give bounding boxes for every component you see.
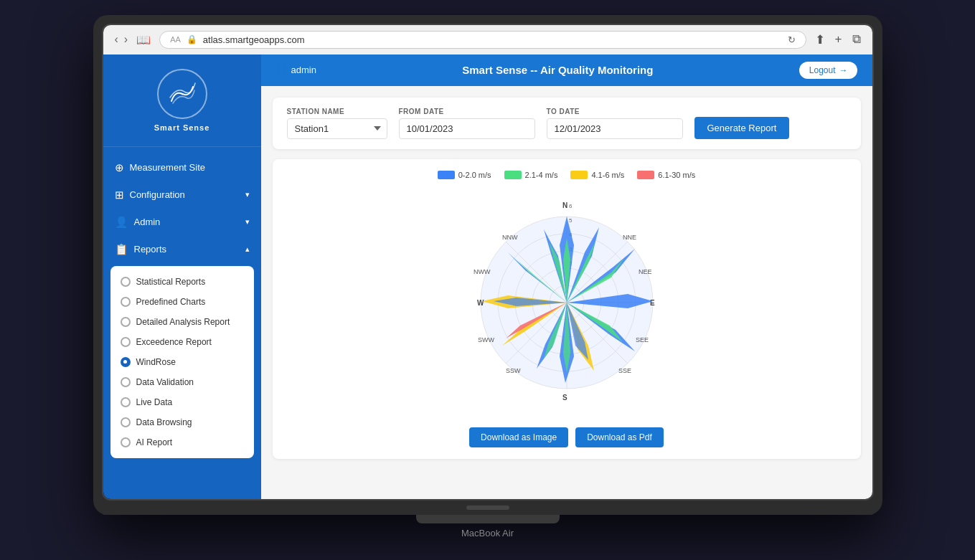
laptop-bottom xyxy=(102,500,874,515)
sub-item-predefined-charts[interactable]: Predefined Charts xyxy=(110,292,254,312)
station-label: STATION NAME xyxy=(287,108,387,115)
content-area: STATION NAME Station1 FROM DATE TO DATE xyxy=(261,86,872,499)
from-date-group: FROM DATE xyxy=(399,108,535,139)
legend-label-3: 6.1-30 m/s xyxy=(658,171,695,179)
sub-item-label: AI Report xyxy=(136,437,173,447)
svg-text:W: W xyxy=(477,299,484,307)
sub-item-label: Detailed Analysis Report xyxy=(136,317,230,327)
to-date-input[interactable] xyxy=(547,118,683,139)
legend-item-2: 4.1-6 m/s xyxy=(570,171,624,179)
radio-validation[interactable] xyxy=(121,377,131,387)
browser-actions: ⬆ + ⧉ xyxy=(815,32,861,47)
radio-exceedence[interactable] xyxy=(121,337,131,347)
legend-color-green xyxy=(504,171,522,179)
chart-card: 0-2.0 m/s 2.1-4 m/s 4.1-6 m/s xyxy=(273,159,861,459)
logo-circle xyxy=(157,69,207,119)
admin-icon: 👤 xyxy=(115,216,128,229)
radio-browsing[interactable] xyxy=(121,417,131,427)
legend-item-0: 0-2.0 m/s xyxy=(438,171,491,179)
sidebar-item-configuration[interactable]: ⊞ Configuration ▾ xyxy=(103,181,261,209)
url-text: atlas.smartgeoapps.com xyxy=(203,34,782,45)
download-image-button[interactable]: Download as Image xyxy=(469,427,568,447)
reload-icon[interactable]: ↻ xyxy=(788,34,796,45)
url-bar[interactable]: AA 🔒 atlas.smartgeoapps.com ↻ xyxy=(159,31,806,49)
laptop-notch xyxy=(466,506,509,510)
from-date-label: FROM DATE xyxy=(399,108,535,115)
svg-text:NNW: NNW xyxy=(502,234,518,241)
svg-text:SSW: SSW xyxy=(506,367,521,374)
user-icon: 👤 xyxy=(275,65,287,75)
svg-text:SSE: SSE xyxy=(618,367,631,374)
legend-label-1: 2.1-4 m/s xyxy=(525,171,558,179)
new-tab-icon[interactable]: + xyxy=(835,32,842,47)
sub-item-data-browsing[interactable]: Data Browsing xyxy=(110,412,254,432)
sub-item-windrose[interactable]: WindRose xyxy=(110,352,254,372)
generate-report-button[interactable]: Generate Report xyxy=(694,117,790,139)
sub-item-live-data[interactable]: Live Data xyxy=(110,392,254,412)
radio-ai[interactable] xyxy=(121,437,131,447)
sub-item-label: WindRose xyxy=(136,357,176,367)
svg-text:NEE: NEE xyxy=(639,268,652,275)
back-button[interactable]: ‹ xyxy=(115,33,118,46)
form-row: STATION NAME Station1 FROM DATE TO DATE xyxy=(273,98,861,149)
logout-icon: → xyxy=(839,65,847,75)
svg-text:SEE: SEE xyxy=(636,336,649,343)
sidebar-item-label: Admin xyxy=(134,217,240,227)
from-date-input[interactable] xyxy=(399,118,535,139)
laptop-frame: ‹ › 📖 AA 🔒 atlas.smartgeoapps.com ↻ ⬆ + … xyxy=(93,15,882,515)
chevron-down-icon: ▾ xyxy=(245,217,250,227)
sub-item-label: Live Data xyxy=(136,397,173,407)
svg-text:NWW: NWW xyxy=(474,268,491,275)
svg-text:5: 5 xyxy=(569,217,573,224)
sub-item-detailed-analysis[interactable]: Detailed Analysis Report xyxy=(110,312,254,332)
sub-item-data-validation[interactable]: Data Validation xyxy=(110,372,254,392)
sidebar-item-label: Measurement Site xyxy=(130,162,250,173)
sidebar-item-reports[interactable]: 📋 Reports ▴ xyxy=(103,236,261,263)
legend-item-3: 6.1-30 m/s xyxy=(637,171,695,179)
sub-item-label: Statistical Reports xyxy=(136,277,206,287)
share-icon[interactable]: ⬆ xyxy=(815,32,825,47)
tab-overview-icon[interactable]: ⧉ xyxy=(852,32,861,47)
browser-nav: ‹ › xyxy=(115,33,128,46)
nav-menu: ⊕ Measurement Site ⊞ Configuration ▾ 👤 A… xyxy=(103,147,261,499)
chart-legend: 0-2.0 m/s 2.1-4 m/s 4.1-6 m/s xyxy=(284,171,849,179)
sub-item-label: Exceedence Report xyxy=(136,337,212,347)
aa-label: AA xyxy=(170,35,181,44)
radio-predefined[interactable] xyxy=(121,297,131,307)
measurement-icon: ⊕ xyxy=(115,161,124,174)
forward-button[interactable]: › xyxy=(124,33,128,46)
laptop-stand xyxy=(416,515,560,523)
sub-item-statistical-reports[interactable]: Statistical Reports xyxy=(110,272,254,292)
logout-button[interactable]: Logout → xyxy=(799,62,858,79)
svg-text:6: 6 xyxy=(569,203,573,209)
station-select[interactable]: Station1 xyxy=(287,118,387,139)
radio-detailed[interactable] xyxy=(121,317,131,327)
legend-color-yellow xyxy=(570,171,588,179)
sidebar-item-admin[interactable]: 👤 Admin ▾ xyxy=(103,209,261,236)
logout-label: Logout xyxy=(809,65,836,75)
sub-item-label: Data Validation xyxy=(136,377,194,387)
download-row: Download as Image Download as Pdf xyxy=(284,427,849,447)
sidebar-item-measurement-site[interactable]: ⊕ Measurement Site xyxy=(103,154,261,181)
download-pdf-button[interactable]: Download as Pdf xyxy=(575,427,664,447)
wind-rose-chart: 2 3 4 5 6 N E W S xyxy=(438,188,696,417)
sub-item-ai-report[interactable]: AI Report xyxy=(110,432,254,452)
radio-live[interactable] xyxy=(121,397,131,407)
browser-bar: ‹ › 📖 AA 🔒 atlas.smartgeoapps.com ↻ ⬆ + … xyxy=(103,25,872,54)
reports-icon: 📋 xyxy=(115,243,128,256)
laptop-screen: ‹ › 📖 AA 🔒 atlas.smartgeoapps.com ↻ ⬆ + … xyxy=(102,24,874,500)
svg-text:E: E xyxy=(650,299,655,307)
legend-item-1: 2.1-4 m/s xyxy=(504,171,558,179)
station-group: STATION NAME Station1 xyxy=(287,108,387,139)
radio-statistical[interactable] xyxy=(121,277,131,287)
to-date-group: TO DATE xyxy=(547,108,683,139)
sidebar: Smart Sense ⊕ Measurement Site ⊞ Configu… xyxy=(103,54,261,499)
radio-windrose[interactable] xyxy=(121,357,131,367)
to-date-label: TO DATE xyxy=(547,108,683,115)
sub-item-exceedence[interactable]: Exceedence Report xyxy=(110,332,254,352)
sidebar-item-label: Reports xyxy=(134,244,240,255)
bookmarks-icon[interactable]: 📖 xyxy=(136,33,151,47)
svg-text:NNE: NNE xyxy=(623,234,636,241)
sidebar-item-label: Configuration xyxy=(130,189,240,200)
user-info: 👤 admin xyxy=(275,65,316,75)
